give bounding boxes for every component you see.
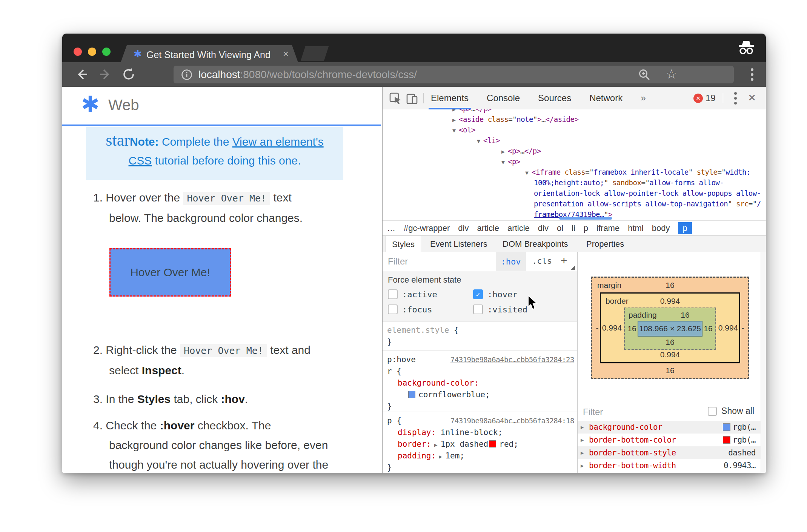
tree-node-wrap[interactable]: presentation allow-scripts allow-top-nav… bbox=[383, 198, 766, 209]
tab-styles[interactable]: Styles bbox=[386, 236, 421, 253]
sidebar-scrollbar[interactable] bbox=[761, 252, 766, 473]
devtools-close-icon[interactable]: ✕ bbox=[748, 92, 756, 104]
tab-sources[interactable]: Sources bbox=[538, 87, 571, 109]
element-classes-button[interactable]: .cls bbox=[532, 256, 552, 266]
hover-checkbox[interactable]: ✓ bbox=[473, 289, 483, 299]
padding-top-value[interactable]: 16 bbox=[640, 311, 730, 320]
url-path: :8080/web/tools/chrome-devtools/css/ bbox=[240, 69, 417, 80]
forward-button-icon[interactable] bbox=[98, 68, 112, 81]
tab-event-listeners[interactable]: Event Listeners bbox=[430, 236, 487, 252]
border-box[interactable]: border 0.994 0.994 0.994 0.994 padding 1… bbox=[600, 292, 740, 363]
tree-node[interactable]: ▼ <iframe class="framebox inherit-locale… bbox=[383, 167, 766, 177]
breadcrumb[interactable]: …#gc-wrapperdivarticlearticledivollipifr… bbox=[383, 220, 766, 236]
devtools-menu-icon[interactable] bbox=[734, 92, 737, 105]
tree-node[interactable]: ▶ <p>…</p> bbox=[383, 146, 766, 156]
styles-filter-input[interactable]: Filter bbox=[388, 256, 408, 267]
checkbox-active[interactable]: :active bbox=[388, 289, 437, 299]
css-property[interactable]: padding: ▶ 1em; bbox=[383, 450, 577, 462]
border-right-value[interactable]: 0.994 bbox=[717, 323, 739, 332]
margin-top-value[interactable]: 16 bbox=[592, 281, 748, 290]
note-line-2: CSS tutorial before doing this one. bbox=[86, 151, 343, 170]
elements-tree[interactable]: ▶ <p>…</p> ▶ <aside class="note">…</asid… bbox=[383, 109, 766, 220]
site-header: ✱ Web bbox=[62, 87, 381, 126]
border-left-value[interactable]: 0.994 bbox=[601, 323, 623, 332]
tree-node[interactable]: ▼ <p> bbox=[383, 156, 766, 167]
content-box[interactable]: 108.966 × 23.625 bbox=[638, 321, 702, 337]
toggle-element-state-button[interactable]: :hov bbox=[496, 252, 526, 271]
tree-node[interactable]: ▶ <aside class="note">…</aside> bbox=[383, 114, 766, 125]
browser-toolbar: localhost:8080/web/tools/chrome-devtools… bbox=[62, 62, 766, 87]
new-tab-button[interactable] bbox=[301, 46, 329, 61]
computed-filter-input[interactable]: Filter bbox=[583, 407, 603, 417]
box-model-diagram[interactable]: margin 16 16 - - border 0.994 0.994 0.99… bbox=[591, 277, 749, 379]
focus-checkbox[interactable] bbox=[388, 304, 398, 314]
inspect-element-icon[interactable] bbox=[389, 92, 401, 105]
padding-bottom-value[interactable]: 16 bbox=[625, 338, 715, 347]
checkbox-visited[interactable]: :visited bbox=[473, 304, 527, 314]
padding-box[interactable]: padding 16 16 16 16 108.966 × 23.625 bbox=[624, 308, 716, 350]
note-callout: starNote: Complete the View an element's… bbox=[86, 127, 343, 180]
maximize-window-button[interactable] bbox=[102, 48, 111, 56]
computed-row-background-color[interactable]: ▶ background-color rgb(… bbox=[578, 421, 761, 434]
back-button-icon[interactable] bbox=[75, 68, 89, 81]
element-style-rule[interactable]: element.style { } bbox=[383, 321, 577, 351]
step-2: 2. Right-click the Hover Over Me! text a… bbox=[93, 340, 357, 380]
active-checkbox[interactable] bbox=[388, 289, 398, 299]
css-property[interactable]: border: ▶ 1px dashedred; bbox=[383, 438, 577, 450]
tab-properties[interactable]: Properties bbox=[586, 236, 624, 252]
padding-right-value[interactable]: 16 bbox=[701, 324, 715, 333]
tab-close-icon[interactable]: ✕ bbox=[283, 49, 289, 58]
error-badge-icon[interactable]: ✕ bbox=[693, 94, 703, 103]
computed-row-border-bottom-color[interactable]: ▶ border-bottom-color rgb(… bbox=[578, 434, 761, 446]
tree-node-wrap[interactable]: orientation-lock allow-pointer-lock allo… bbox=[383, 188, 766, 198]
site-logo-icon[interactable]: ✱ bbox=[81, 91, 100, 117]
css-value[interactable]: cornflowerblue; bbox=[383, 389, 577, 401]
close-window-button[interactable] bbox=[74, 48, 82, 56]
reload-button-icon[interactable] bbox=[122, 68, 135, 81]
tab-network[interactable]: Network bbox=[589, 87, 623, 109]
visited-checkbox[interactable] bbox=[473, 304, 483, 314]
browser-menu-icon[interactable] bbox=[751, 68, 754, 81]
css-property[interactable]: background-color: bbox=[383, 377, 577, 389]
tree-node-wrap[interactable]: 100%;height:auto;" sandbox="allow-forms … bbox=[383, 177, 766, 188]
p-hover-rule[interactable]: p:hove 74319be98a6a4bc…cbb56fa3284:23 r … bbox=[383, 351, 577, 412]
new-style-rule-button[interactable]: + bbox=[561, 254, 567, 267]
tab-favicon-icon: ✱ bbox=[134, 48, 142, 60]
tab-dom-breakpoints[interactable]: DOM Breakpoints bbox=[503, 236, 568, 252]
tab-console[interactable]: Console bbox=[487, 87, 520, 109]
p-rule[interactable]: p { 74319be98a6a4bc…cbb56fa3284:18 displ… bbox=[383, 412, 577, 473]
computed-row-border-bottom-width[interactable]: ▶ border-bottom-width 0.9943… bbox=[578, 459, 761, 472]
address-bar[interactable]: localhost:8080/web/tools/chrome-devtools… bbox=[174, 66, 734, 83]
padding-left-value[interactable]: 16 bbox=[625, 324, 639, 333]
tree-node[interactable]: ▼ <li> bbox=[383, 135, 766, 146]
url-text: localhost:8080/web/tools/chrome-devtools… bbox=[198, 69, 417, 81]
site-name: Web bbox=[108, 97, 139, 114]
computed-row-border-bottom-style[interactable]: ▶ border-bottom-style dashed bbox=[578, 446, 761, 459]
checkbox-focus[interactable]: :focus bbox=[388, 304, 432, 314]
zoom-icon[interactable] bbox=[638, 68, 651, 81]
color-swatch-red bbox=[723, 436, 730, 444]
toolbar-separator bbox=[423, 93, 424, 103]
checkbox-hover[interactable]: ✓ :hover bbox=[473, 289, 517, 299]
minimize-window-button[interactable] bbox=[88, 48, 96, 56]
show-all-toggle[interactable]: Show all bbox=[708, 406, 754, 416]
tree-node[interactable]: ▶ <p>…</p> bbox=[383, 109, 766, 114]
css-property[interactable]: display: inline-block; bbox=[383, 427, 577, 438]
hover-over-me-box[interactable]: Hover Over Me! bbox=[109, 248, 231, 297]
margin-bottom-value[interactable]: 16 bbox=[592, 366, 748, 375]
tree-node[interactable]: ▼ <ol> bbox=[383, 125, 766, 135]
hover-over-me-label: Hover Over Me! bbox=[111, 249, 230, 295]
show-all-checkbox[interactable] bbox=[708, 407, 717, 416]
styles-filter-row: Filter :hov .cls + bbox=[383, 252, 577, 271]
border-top-value[interactable]: 0.994 bbox=[601, 297, 739, 306]
device-toolbar-icon[interactable] bbox=[406, 92, 418, 105]
tab-elements[interactable]: Elements bbox=[431, 87, 469, 109]
horizontal-scrollbar-thumb[interactable] bbox=[559, 217, 612, 220]
browser-tab[interactable]: ✱ Get Started With Viewing And ✕ bbox=[121, 45, 298, 62]
stylesheet-link[interactable]: 74319be98a6a4bc…cbb56fa3284:23 bbox=[450, 354, 574, 366]
border-bottom-value[interactable]: 0.994 bbox=[601, 350, 739, 359]
stylesheet-link[interactable]: 74319be98a6a4bc…cbb56fa3284:18 bbox=[450, 415, 574, 427]
more-tabs-icon[interactable]: » bbox=[641, 87, 646, 109]
page-info-icon[interactable] bbox=[181, 69, 192, 80]
bookmark-star-icon[interactable]: ☆ bbox=[666, 66, 677, 81]
